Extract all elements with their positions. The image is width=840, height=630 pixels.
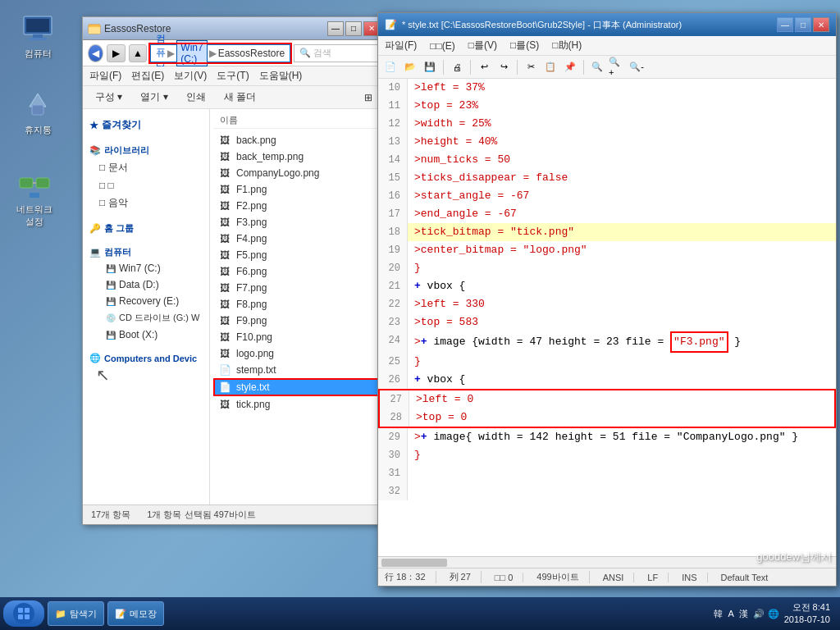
np-cut-btn[interactable]: ✂ [522, 58, 540, 76]
desktop-icon-computer[interactable]: 컴퓨터 [11, 12, 64, 60]
np-undo-btn[interactable]: ↩ [475, 58, 493, 76]
file-item-style[interactable]: 📄style.txt [213, 378, 381, 396]
code-line-26: 26 + vbox { [378, 371, 836, 389]
np-print-btn[interactable]: 🖨 [448, 58, 466, 76]
file-item-companylogo[interactable]: 🖼CompanyLogo.png [213, 165, 381, 181]
taskbar-explorer-task[interactable]: 📁탐색기 [48, 601, 104, 626]
forward-button[interactable]: ▶ [107, 44, 126, 62]
file-item-f3[interactable]: 🖼F3.png [213, 214, 381, 231]
sidebar-item-files[interactable]: □ □ [83, 177, 209, 194]
np-menu-view[interactable]: □를(V) [468, 39, 497, 52]
code-line-16: 16 >start_angle = -67 [378, 187, 836, 205]
start-button[interactable] [3, 600, 44, 627]
svg-rect-5 [20, 178, 33, 188]
menu-edit[interactable]: 편집(E) [131, 69, 164, 83]
np-maximize-button[interactable]: □ [795, 17, 811, 32]
sidebar-item-cd[interactable]: 💿 CD 드라이브 (G:) W [83, 309, 209, 326]
sidebar-item-datad[interactable]: 💾 Data (D:) [83, 276, 209, 293]
np-redo-btn[interactable]: ↪ [495, 58, 513, 76]
file-item-f6[interactable]: 🖼F6.png [213, 263, 381, 280]
svg-rect-6 [36, 178, 49, 188]
taskbar-tray: 韓 A 漢 🔊 🌐 오전 8:41 2018-07-10 [707, 601, 837, 627]
favorites-header[interactable]: ★즐겨찾기 [83, 116, 209, 135]
code-line-10: 10 >left = 37% [378, 79, 836, 97]
code-line-13: 13 >height = 40% [378, 133, 836, 151]
tray-chinese-icon: 漢 [739, 608, 748, 620]
code-area[interactable]: 10 >left = 37% 11 >top = 23% 12 >width =… [378, 79, 836, 556]
sidebar-item-music[interactable]: □ 음악 [83, 194, 209, 212]
sidebar-item-documents[interactable]: □ 문서 [83, 158, 209, 177]
file-item-logo[interactable]: 🖼logo.png [213, 345, 381, 362]
file-item-f7[interactable]: 🖼F7.png [213, 280, 381, 296]
np-menu-format[interactable]: □를(S) [510, 39, 539, 52]
np-menu-edit[interactable]: □□(E) [430, 40, 455, 52]
notepad-title: * style.txt [C:\EassosRestoreBoot\Grub2S… [402, 19, 775, 31]
computer-header[interactable]: 💻컴퓨터 [83, 241, 209, 260]
library-header[interactable]: 📚라이브러리 [83, 139, 209, 158]
file-item-f8[interactable]: 🖼F8.png [213, 296, 381, 313]
back-button[interactable]: ◀ [88, 44, 103, 62]
taskbar-notepad-task[interactable]: 📝메모장 [107, 601, 164, 626]
file-item-f1[interactable]: 🖼F1.png [213, 181, 381, 198]
selected-info: 1개 항목 선택됨 497바이트 [147, 509, 256, 521]
taskbar: 📁탐색기 📝메모장 韓 A 漢 🔊 🌐 오전 8:41 2018-07-10 [0, 597, 840, 630]
np-zoom-in-btn[interactable]: 🔍+ [608, 58, 626, 76]
sidebar-item-win7c[interactable]: 💾 Win7 (C:) [83, 260, 209, 276]
code-line-14: 14 >num_ticks = 50 [378, 151, 836, 169]
menu-file[interactable]: 파일(F) [89, 69, 121, 83]
clock[interactable]: 오전 8:41 2018-07-10 [784, 601, 830, 627]
organize-button[interactable]: 구성 ▾ [89, 88, 128, 107]
np-copy-btn[interactable]: 📋 [541, 58, 559, 76]
address-path[interactable]: 컴퓨터 ▶ Win7 (C:) ▶ EassosRestore [150, 44, 290, 62]
code-lines-27-28-box: 27 >left = 0 28 >top = 0 [378, 389, 836, 428]
open-button[interactable]: 열기 ▾ [135, 88, 173, 107]
menu-help[interactable]: 도움말(H) [259, 69, 303, 83]
new-folder-button[interactable]: 새 폴더 [218, 88, 262, 107]
explorer-titlebar: EassosRestore — □ ✕ [83, 17, 385, 40]
np-close-button[interactable]: ✕ [813, 17, 829, 32]
np-find-btn[interactable]: 🔍 [588, 58, 606, 76]
menu-tools[interactable]: 도구(T) [217, 69, 249, 83]
file-item-stemp[interactable]: 📄stemp.txt [213, 362, 381, 378]
svg-rect-2 [33, 34, 43, 38]
network-header[interactable]: 🌐Computers and Devic [83, 348, 209, 365]
tray-lang-icon: A [728, 609, 733, 619]
minimize-button[interactable]: — [327, 21, 344, 36]
sidebar-item-boot[interactable]: 💾 Boot (X:) [83, 326, 209, 343]
file-item-f9[interactable]: 🖼F9.png [213, 313, 381, 329]
np-minimize-button[interactable]: — [777, 17, 793, 32]
code-line-22: 22 >left = 330 [378, 295, 836, 313]
file-item-f2[interactable]: 🖼F2.png [213, 198, 381, 214]
file-item-back-png[interactable]: 🖼back.png [213, 132, 381, 148]
explorer-title: EassosRestore [104, 23, 326, 34]
code-line-11: 11 >top = 23% [378, 97, 836, 115]
np-menu-file[interactable]: 파일(F) [385, 39, 417, 52]
search-box[interactable]: 🔍 검색 [294, 44, 380, 62]
file-item-f10[interactable]: 🖼F10.png [213, 329, 381, 345]
np-open-btn[interactable]: 📂 [401, 58, 419, 76]
notepad-toolbar: 📄 📂 💾 🖨 ↩ ↪ ✂ 📋 📌 🔍 🔍+ 🔍- [378, 56, 836, 79]
view-toggle-button[interactable]: ⊞ [358, 89, 378, 106]
np-new-btn[interactable]: 📄 [381, 58, 399, 76]
svg-rect-14 [18, 614, 23, 619]
code-line-17: 17 >end_angle = -67 [378, 205, 836, 223]
file-item-tick[interactable]: 🖼tick.png [213, 396, 381, 413]
desktop-icon-network[interactable]: 네트워크 설정 [8, 168, 61, 228]
print-button[interactable]: 인쇄 [180, 88, 212, 107]
np-menu-help[interactable]: □助(H) [552, 39, 582, 52]
maximize-button[interactable]: □ [345, 21, 362, 36]
desktop-icon-recycle[interactable]: 휴지통 [11, 89, 64, 136]
np-paste-btn[interactable]: 📌 [561, 58, 579, 76]
file-item-back-temp[interactable]: 🖼back_temp.png [213, 148, 381, 165]
np-lineending: LF [647, 573, 669, 582]
file-item-f5[interactable]: 🖼F5.png [213, 247, 381, 263]
file-item-f4[interactable]: 🖼F4.png [213, 231, 381, 247]
np-zoom-out-btn[interactable]: 🔍- [628, 58, 646, 76]
homegroup-header[interactable]: 🔑홈 그룹 [83, 217, 209, 236]
menu-view[interactable]: 보기(V) [174, 69, 207, 83]
sidebar-item-recovery[interactable]: 💾 Recovery (E:) [83, 293, 209, 309]
np-save-btn[interactable]: 💾 [421, 58, 439, 76]
code-line-21: 21 + vbox { [378, 277, 836, 295]
up-button[interactable]: ▲ [129, 44, 148, 62]
code-line-19: 19 >center_bitmap = "logo.png" [378, 241, 836, 259]
